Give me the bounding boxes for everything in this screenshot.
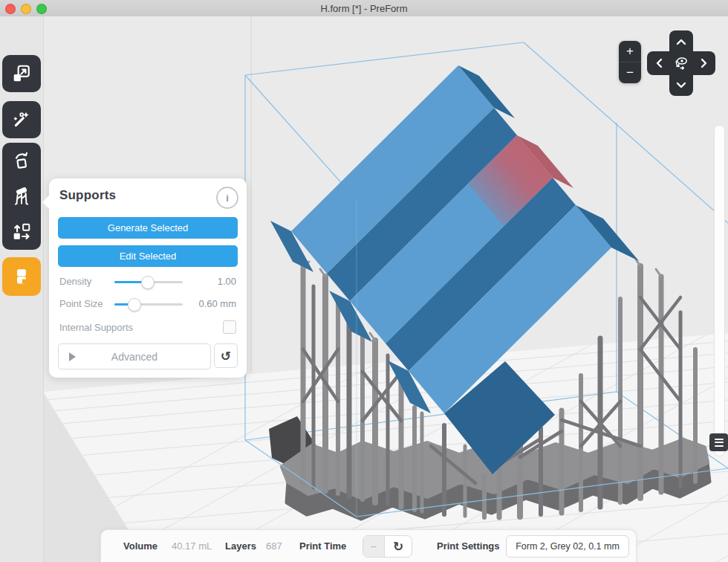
density-value: 1.00: [218, 276, 236, 287]
point-size-label: Point Size: [59, 298, 103, 309]
expand-triangle-icon: [69, 352, 76, 361]
refresh-print-time-button[interactable]: ↻: [385, 536, 412, 557]
layer-slider[interactable]: [714, 125, 725, 456]
rotate-icon: [12, 151, 31, 170]
eye-orbit-icon: [672, 54, 690, 72]
minimize-window-icon[interactable]: [21, 4, 31, 14]
panel-pointer: [42, 195, 50, 210]
print-time-control: -- ↻: [363, 535, 412, 558]
close-window-icon[interactable]: [5, 4, 16, 14]
density-slider-knob[interactable]: [141, 276, 155, 289]
window-title: H.form [*] - PreForm: [320, 3, 407, 14]
reset-button[interactable]: ↺: [214, 343, 238, 368]
preform-window: H.form [*] - PreForm: [0, 0, 728, 562]
print-settings-button[interactable]: Form 2, Grey 02, 0.1 mm: [506, 535, 629, 558]
supports-button[interactable]: [2, 178, 41, 214]
info-icon: i: [226, 193, 229, 204]
model-list-button[interactable]: [709, 433, 728, 451]
magic-wand-icon: [12, 110, 31, 129]
chevron-down-icon: [676, 82, 686, 88]
layers-value: 687: [266, 540, 282, 552]
pan-right-button[interactable]: [693, 54, 714, 73]
zoom-in-button[interactable]: +: [619, 41, 641, 62]
point-size-row: Point Size 0.60 mm: [49, 296, 247, 312]
reset-icon: ↺: [221, 349, 231, 364]
density-row: Density 1.00: [49, 274, 247, 290]
status-bar: Volume 40.17 mL Layers 687 Print Time --…: [100, 529, 637, 562]
pan-left-button[interactable]: [649, 54, 669, 73]
toolbar-group: [2, 143, 41, 250]
volume-value: 40.17 mL: [172, 540, 212, 552]
chevron-up-icon: [676, 39, 686, 45]
cartridge-button[interactable]: [2, 257, 41, 296]
refresh-icon: ↻: [393, 539, 403, 554]
point-size-slider-knob[interactable]: [128, 298, 141, 311]
orient-button[interactable]: [2, 143, 41, 178]
advanced-label: Advanced: [111, 351, 157, 363]
layout-button[interactable]: [2, 214, 41, 250]
size-scale-button[interactable]: [2, 55, 41, 92]
chevron-right-icon: [701, 58, 707, 68]
layout-icon: [12, 222, 31, 242]
zoom-control: + −: [619, 41, 641, 83]
layers-label: Layers: [225, 540, 256, 552]
camera-dpad: [647, 30, 715, 96]
internal-supports-checkbox[interactable]: [223, 320, 236, 334]
generate-selected-button[interactable]: Generate Selected: [58, 217, 238, 239]
reset-view-button[interactable]: [671, 54, 692, 73]
chevron-left-icon: [656, 58, 663, 68]
cartridge-icon: [12, 267, 31, 286]
one-click-print-button[interactable]: [2, 101, 41, 138]
zoom-out-button[interactable]: −: [619, 62, 641, 83]
volume-label: Volume: [123, 540, 157, 552]
info-button[interactable]: i: [216, 187, 238, 209]
point-size-value: 0.60 mm: [198, 298, 236, 309]
print-settings-value: Form 2, Grey 02, 0.1 mm: [516, 541, 620, 552]
maximize-window-icon[interactable]: [36, 4, 47, 14]
internal-supports-label: Internal Supports: [59, 322, 133, 333]
scale-icon: [12, 64, 31, 83]
supports-panel: Supports i Generate Selected Edit Select…: [49, 178, 247, 378]
title-bar[interactable]: H.form [*] - PreForm: [0, 0, 728, 17]
pan-down-button[interactable]: [671, 75, 692, 94]
print-time-value: --: [363, 536, 385, 557]
density-label: Density: [59, 276, 91, 287]
density-slider[interactable]: [114, 281, 183, 283]
list-icon: [715, 439, 724, 440]
panel-title: Supports: [59, 188, 116, 203]
advanced-button[interactable]: Advanced: [58, 343, 211, 369]
point-size-slider[interactable]: [114, 303, 183, 306]
edit-selected-button[interactable]: Edit Selected: [58, 245, 238, 267]
internal-supports-row: Internal Supports: [49, 320, 247, 336]
left-toolbar: [0, 16, 44, 562]
supports-icon: [12, 187, 31, 206]
pan-up-button[interactable]: [671, 32, 692, 51]
print-time-label: Print Time: [299, 540, 346, 552]
print-settings-label: Print Settings: [437, 540, 500, 552]
traffic-lights: [5, 4, 47, 14]
